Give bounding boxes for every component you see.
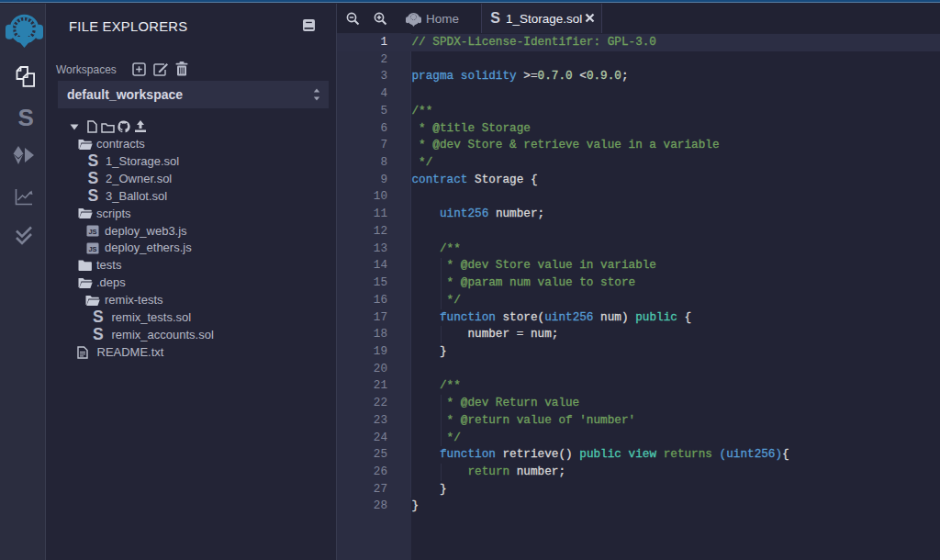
svg-text:JS: JS (88, 228, 96, 236)
svg-text:JS: JS (88, 245, 96, 253)
